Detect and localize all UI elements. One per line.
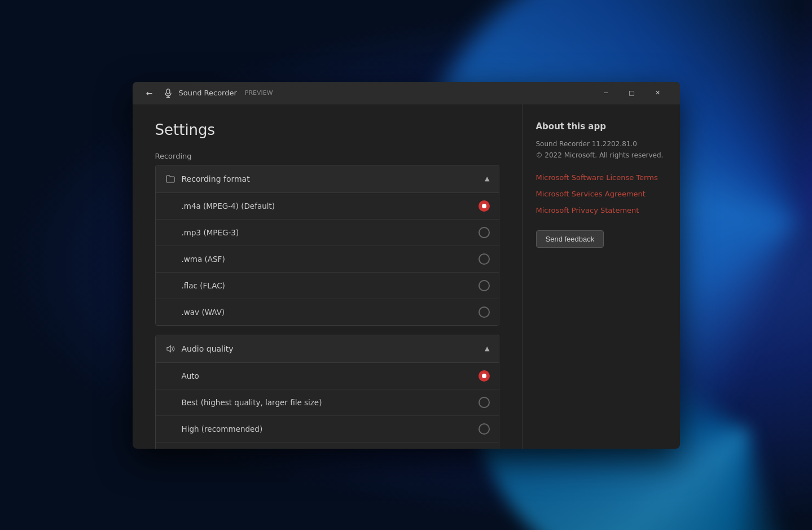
quality-option-medium[interactable]: Medium (smallest file size) xyxy=(156,443,499,449)
about-version-line2: © 2022 Microsoft. All rights reserved. xyxy=(536,151,664,159)
svg-point-0 xyxy=(166,89,170,94)
settings-panel: Settings Recording Recording format ▲ .m… xyxy=(133,104,522,449)
preview-badge: PREVIEW xyxy=(245,89,273,97)
recording-format-title: Recording format xyxy=(182,174,485,183)
quality-label-auto: Auto xyxy=(182,371,479,380)
services-agreement-link[interactable]: Microsoft Services Agreement xyxy=(536,189,666,200)
format-radio-m4a[interactable] xyxy=(479,200,490,212)
quality-radio-high[interactable] xyxy=(479,423,490,435)
format-radio-wma[interactable] xyxy=(479,253,490,265)
format-option-wav[interactable]: .wav (WAV) xyxy=(156,299,499,325)
window-controls: ─ □ ✕ xyxy=(593,84,671,102)
format-radio-mp3[interactable] xyxy=(479,227,490,238)
quality-radio-auto[interactable] xyxy=(479,370,490,382)
about-version-line1: Sound Recorder 11.2202.81.0 xyxy=(536,140,637,148)
speaker-icon xyxy=(165,343,176,354)
format-radio-flac[interactable] xyxy=(479,280,490,291)
about-title: About this app xyxy=(536,121,666,132)
about-version: Sound Recorder 11.2202.81.0 © 2022 Micro… xyxy=(536,138,666,161)
audio-quality-accordion: Audio quality ▲ Auto Best (highest quali… xyxy=(155,335,499,449)
license-terms-link[interactable]: Microsoft Software License Terms xyxy=(536,172,666,184)
format-option-flac[interactable]: .flac (FLAC) xyxy=(156,273,499,299)
page-title: Settings xyxy=(155,121,499,138)
format-radio-wav[interactable] xyxy=(479,306,490,318)
about-panel: About this app Sound Recorder 11.2202.81… xyxy=(522,104,680,449)
format-option-m4a[interactable]: .m4a (MPEG-4) (Default) xyxy=(156,193,499,220)
recording-format-accordion: Recording format ▲ .m4a (MPEG-4) (Defaul… xyxy=(155,165,499,326)
send-feedback-button[interactable]: Send feedback xyxy=(536,230,604,248)
audio-quality-header[interactable]: Audio quality ▲ xyxy=(156,335,499,363)
window-title: Sound Recorder xyxy=(179,89,237,97)
recording-format-header[interactable]: Recording format ▲ xyxy=(156,165,499,193)
app-window: ← Sound Recorder PREVIEW ─ □ ✕ Settings … xyxy=(133,82,680,449)
audio-quality-title: Audio quality xyxy=(182,344,485,353)
format-label-mp3: .mp3 (MPEG-3) xyxy=(182,228,479,237)
back-button[interactable]: ← xyxy=(142,85,157,101)
title-bar: ← Sound Recorder PREVIEW ─ □ ✕ xyxy=(133,82,680,104)
format-option-wma[interactable]: .wma (ASF) xyxy=(156,246,499,273)
format-label-wma: .wma (ASF) xyxy=(182,255,479,264)
format-option-mp3[interactable]: .mp3 (MPEG-3) xyxy=(156,220,499,246)
minimize-button[interactable]: ─ xyxy=(593,84,619,102)
audio-quality-chevron: ▲ xyxy=(485,345,489,352)
app-icon xyxy=(163,88,173,98)
privacy-statement-link[interactable]: Microsoft Privacy Statement xyxy=(536,205,666,217)
recording-format-chevron: ▲ xyxy=(485,175,489,182)
quality-option-auto[interactable]: Auto xyxy=(156,363,499,389)
maximize-button[interactable]: □ xyxy=(619,84,645,102)
quality-label-high: High (recommended) xyxy=(182,424,479,433)
close-button[interactable]: ✕ xyxy=(645,84,671,102)
content-area: Settings Recording Recording format ▲ .m… xyxy=(133,104,680,449)
quality-label-best: Best (highest quality, larger file size) xyxy=(182,398,479,407)
title-bar-left: ← Sound Recorder PREVIEW xyxy=(142,85,593,101)
format-label-wav: .wav (WAV) xyxy=(182,308,479,317)
format-label-flac: .flac (FLAC) xyxy=(182,281,479,290)
quality-radio-best[interactable] xyxy=(479,397,490,408)
quality-option-high[interactable]: High (recommended) xyxy=(156,416,499,443)
quality-option-best[interactable]: Best (highest quality, larger file size) xyxy=(156,389,499,416)
folder-icon xyxy=(165,173,176,185)
recording-section-label: Recording xyxy=(155,152,499,160)
format-label-m4a: .m4a (MPEG-4) (Default) xyxy=(182,202,479,211)
